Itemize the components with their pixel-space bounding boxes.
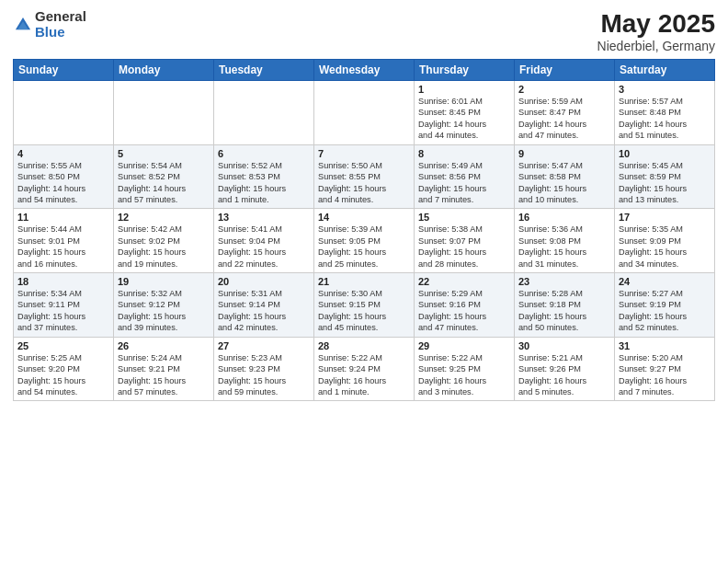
table-row: 7Sunrise: 5:50 AMSunset: 8:55 PMDaylight… — [314, 144, 415, 209]
calendar-header-row: Sunday Monday Tuesday Wednesday Thursday… — [14, 60, 715, 81]
table-row: 28Sunrise: 5:22 AMSunset: 9:24 PMDayligh… — [314, 337, 415, 401]
day-number: 2 — [518, 84, 610, 95]
logo-text: General Blue — [35, 9, 86, 40]
table-row: 4Sunrise: 5:55 AMSunset: 8:50 PMDaylight… — [14, 144, 114, 209]
day-info: Sunrise: 5:50 AMSunset: 8:55 PMDaylight:… — [318, 160, 410, 206]
table-row: 24Sunrise: 5:27 AMSunset: 9:19 PMDayligh… — [615, 273, 715, 338]
table-row: 12Sunrise: 5:42 AMSunset: 9:02 PMDayligh… — [114, 209, 214, 273]
day-info: Sunrise: 5:36 AMSunset: 9:08 PMDaylight:… — [518, 224, 610, 270]
day-info: Sunrise: 5:27 AMSunset: 9:19 PMDaylight:… — [619, 288, 711, 334]
col-monday: Monday — [114, 60, 214, 81]
table-row: 19Sunrise: 5:32 AMSunset: 9:12 PMDayligh… — [114, 273, 214, 338]
day-number: 23 — [518, 276, 610, 287]
title-block: May 2025 Niederbiel, Germany — [597, 9, 715, 53]
table-row: 6Sunrise: 5:52 AMSunset: 8:53 PMDaylight… — [214, 144, 314, 209]
table-row: 29Sunrise: 5:22 AMSunset: 9:25 PMDayligh… — [415, 337, 515, 401]
day-info: Sunrise: 5:52 AMSunset: 8:53 PMDaylight:… — [218, 160, 310, 206]
calendar-table: Sunday Monday Tuesday Wednesday Thursday… — [13, 59, 715, 401]
table-row — [114, 81, 214, 145]
day-info: Sunrise: 5:29 AMSunset: 9:16 PMDaylight:… — [418, 288, 510, 334]
col-thursday: Thursday — [415, 60, 515, 81]
day-number: 27 — [218, 340, 310, 351]
day-number: 17 — [619, 212, 711, 223]
calendar-week-row: 1Sunrise: 6:01 AMSunset: 8:45 PMDaylight… — [14, 81, 715, 145]
day-info: Sunrise: 5:45 AMSunset: 8:59 PMDaylight:… — [619, 160, 711, 206]
day-number: 21 — [318, 276, 410, 287]
header: General Blue May 2025 Niederbiel, German… — [13, 9, 715, 53]
table-row: 3Sunrise: 5:57 AMSunset: 8:48 PMDaylight… — [615, 81, 715, 145]
day-info: Sunrise: 5:41 AMSunset: 9:04 PMDaylight:… — [218, 224, 310, 270]
table-row — [214, 81, 314, 145]
table-row: 1Sunrise: 6:01 AMSunset: 8:45 PMDaylight… — [415, 81, 515, 145]
table-row: 10Sunrise: 5:45 AMSunset: 8:59 PMDayligh… — [615, 144, 715, 209]
table-row — [14, 81, 114, 145]
day-info: Sunrise: 5:44 AMSunset: 9:01 PMDaylight:… — [17, 224, 109, 270]
day-number: 26 — [118, 340, 210, 351]
day-info: Sunrise: 5:38 AMSunset: 9:07 PMDaylight:… — [418, 224, 510, 270]
day-info: Sunrise: 5:22 AMSunset: 9:25 PMDaylight:… — [418, 352, 510, 398]
table-row: 8Sunrise: 5:49 AMSunset: 8:56 PMDaylight… — [415, 144, 515, 209]
title-location: Niederbiel, Germany — [597, 39, 715, 53]
day-info: Sunrise: 5:32 AMSunset: 9:12 PMDaylight:… — [118, 288, 210, 334]
day-info: Sunrise: 5:55 AMSunset: 8:50 PMDaylight:… — [17, 160, 109, 206]
day-number: 4 — [17, 148, 109, 159]
table-row: 2Sunrise: 5:59 AMSunset: 8:47 PMDaylight… — [515, 81, 615, 145]
day-info: Sunrise: 5:20 AMSunset: 9:27 PMDaylight:… — [619, 352, 711, 398]
day-number: 22 — [418, 276, 510, 287]
day-number: 12 — [118, 212, 210, 223]
table-row: 16Sunrise: 5:36 AMSunset: 9:08 PMDayligh… — [515, 209, 615, 273]
day-info: Sunrise: 5:35 AMSunset: 9:09 PMDaylight:… — [619, 224, 711, 270]
day-number: 16 — [518, 212, 610, 223]
table-row: 15Sunrise: 5:38 AMSunset: 9:07 PMDayligh… — [415, 209, 515, 273]
day-number: 20 — [218, 276, 310, 287]
day-number: 19 — [118, 276, 210, 287]
title-month: May 2025 — [597, 9, 715, 39]
col-sunday: Sunday — [14, 60, 114, 81]
day-number: 6 — [218, 148, 310, 159]
day-number: 9 — [518, 148, 610, 159]
table-row: 21Sunrise: 5:30 AMSunset: 9:15 PMDayligh… — [314, 273, 415, 338]
day-number: 29 — [418, 340, 510, 351]
day-number: 28 — [318, 340, 410, 351]
day-number: 25 — [17, 340, 109, 351]
logo-general-label: General — [35, 9, 86, 25]
calendar-week-row: 18Sunrise: 5:34 AMSunset: 9:11 PMDayligh… — [14, 273, 715, 338]
table-row: 11Sunrise: 5:44 AMSunset: 9:01 PMDayligh… — [14, 209, 114, 273]
table-row: 18Sunrise: 5:34 AMSunset: 9:11 PMDayligh… — [14, 273, 114, 338]
page: General Blue May 2025 Niederbiel, German… — [0, 0, 728, 563]
day-info: Sunrise: 5:47 AMSunset: 8:58 PMDaylight:… — [518, 160, 610, 206]
table-row — [314, 81, 415, 145]
table-row: 27Sunrise: 5:23 AMSunset: 9:23 PMDayligh… — [214, 337, 314, 401]
day-info: Sunrise: 5:59 AMSunset: 8:47 PMDaylight:… — [518, 96, 610, 142]
day-info: Sunrise: 5:22 AMSunset: 9:24 PMDaylight:… — [318, 352, 410, 398]
table-row: 5Sunrise: 5:54 AMSunset: 8:52 PMDaylight… — [114, 144, 214, 209]
table-row: 25Sunrise: 5:25 AMSunset: 9:20 PMDayligh… — [14, 337, 114, 401]
day-number: 18 — [17, 276, 109, 287]
day-info: Sunrise: 5:21 AMSunset: 9:26 PMDaylight:… — [518, 352, 610, 398]
day-info: Sunrise: 6:01 AMSunset: 8:45 PMDaylight:… — [418, 96, 510, 142]
table-row: 22Sunrise: 5:29 AMSunset: 9:16 PMDayligh… — [415, 273, 515, 338]
table-row: 14Sunrise: 5:39 AMSunset: 9:05 PMDayligh… — [314, 209, 415, 273]
day-number: 14 — [318, 212, 410, 223]
day-number: 11 — [17, 212, 109, 223]
table-row: 13Sunrise: 5:41 AMSunset: 9:04 PMDayligh… — [214, 209, 314, 273]
day-info: Sunrise: 5:49 AMSunset: 8:56 PMDaylight:… — [418, 160, 510, 206]
day-number: 5 — [118, 148, 210, 159]
day-info: Sunrise: 5:25 AMSunset: 9:20 PMDaylight:… — [17, 352, 109, 398]
col-friday: Friday — [515, 60, 615, 81]
day-number: 30 — [518, 340, 610, 351]
calendar-week-row: 25Sunrise: 5:25 AMSunset: 9:20 PMDayligh… — [14, 337, 715, 401]
table-row: 23Sunrise: 5:28 AMSunset: 9:18 PMDayligh… — [515, 273, 615, 338]
day-info: Sunrise: 5:42 AMSunset: 9:02 PMDaylight:… — [118, 224, 210, 270]
table-row: 9Sunrise: 5:47 AMSunset: 8:58 PMDaylight… — [515, 144, 615, 209]
day-info: Sunrise: 5:34 AMSunset: 9:11 PMDaylight:… — [17, 288, 109, 334]
day-info: Sunrise: 5:30 AMSunset: 9:15 PMDaylight:… — [318, 288, 410, 334]
table-row: 31Sunrise: 5:20 AMSunset: 9:27 PMDayligh… — [615, 337, 715, 401]
calendar-week-row: 11Sunrise: 5:44 AMSunset: 9:01 PMDayligh… — [14, 209, 715, 273]
day-number: 31 — [619, 340, 711, 351]
logo-icon — [13, 15, 33, 35]
day-number: 13 — [218, 212, 310, 223]
day-info: Sunrise: 5:57 AMSunset: 8:48 PMDaylight:… — [619, 96, 711, 142]
day-info: Sunrise: 5:24 AMSunset: 9:21 PMDaylight:… — [118, 352, 210, 398]
day-info: Sunrise: 5:54 AMSunset: 8:52 PMDaylight:… — [118, 160, 210, 206]
